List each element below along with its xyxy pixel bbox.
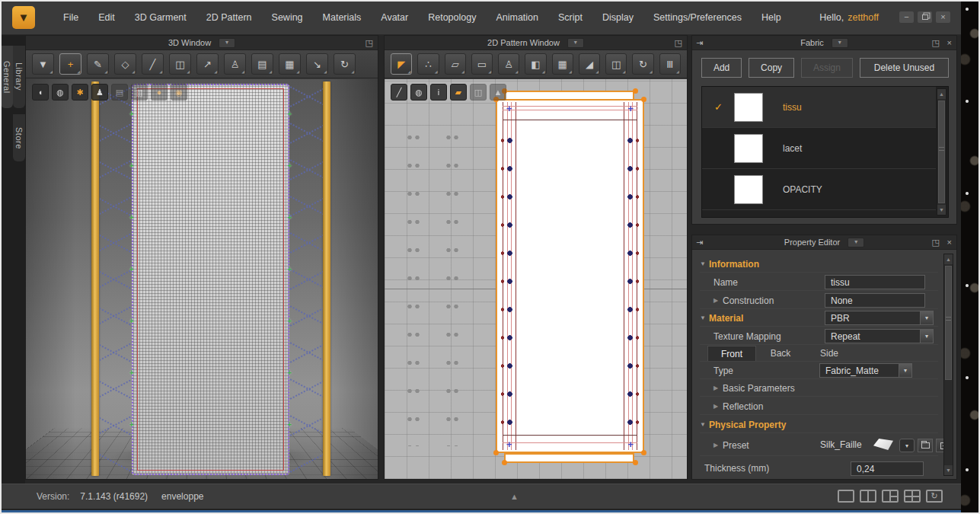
username[interactable]: zetthoff <box>848 12 879 23</box>
restore-button[interactable] <box>918 11 932 23</box>
menu-item-retopology[interactable]: Retopology <box>418 9 486 26</box>
statusbar-expand-icon[interactable]: ▲ <box>510 492 519 501</box>
layout-four-pane-icon[interactable] <box>904 490 921 503</box>
menu-item-edit[interactable]: Edit <box>88 9 125 26</box>
menu-item-settings-preferences[interactable]: Settings/Preferences <box>643 9 752 26</box>
menu-item-sewing[interactable]: Sewing <box>262 9 313 26</box>
menu-item-materials[interactable]: Materials <box>313 9 372 26</box>
edit-pattern-icon[interactable]: ∴ <box>417 53 439 75</box>
show-garment-icon[interactable]: ◍ <box>52 84 69 101</box>
scroll-up-icon[interactable]: ▲ <box>944 254 953 264</box>
row-basic-parameters[interactable]: ▶ Basic Parameters <box>700 380 938 397</box>
quad-mesh-icon[interactable]: ▦ <box>279 53 301 75</box>
property-editor-titlebar[interactable]: ⇥ Property Editor ▾ ◳ × <box>692 235 956 250</box>
triangle-closed-icon[interactable]: ▶ <box>713 385 723 391</box>
fabric-swatch[interactable] <box>734 134 763 163</box>
fabric-menu-dropdown[interactable]: ▾ <box>832 38 848 48</box>
construction-input[interactable]: None <box>825 293 925 308</box>
texture-editor-icon[interactable]: ◫ <box>605 53 627 75</box>
layout-single-icon[interactable] <box>838 490 854 503</box>
pattern-bottom-flap[interactable] <box>504 453 634 463</box>
add-button[interactable]: Add <box>701 58 742 78</box>
fabric-swatch[interactable] <box>734 93 763 122</box>
show-bust-icon[interactable]: ♟ <box>91 84 108 101</box>
pattern-corner-handle[interactable] <box>502 460 507 465</box>
fabric-scrollbar[interactable]: ▲ ▼ <box>937 88 946 215</box>
delete-unused-button[interactable]: Delete Unused <box>860 58 949 78</box>
lock-pattern-icon[interactable]: ◫ <box>470 84 487 101</box>
2d-viewport[interactable]: + + + + ╱◍i▰◫▲ <box>385 79 687 479</box>
3d-window-menu-dropdown[interactable]: ▾ <box>219 38 235 48</box>
triangle-open-icon[interactable]: ▼ <box>700 314 709 321</box>
minimize-button[interactable]: − <box>899 11 914 23</box>
property-editor-undock-icon[interactable]: ◳ <box>932 237 940 247</box>
fabric-item-tissu[interactable]: ✓ tissu <box>702 87 936 128</box>
texture-mapping-dropdown[interactable]: Repeat ▾ <box>825 329 934 343</box>
thickness-input[interactable]: 0,24 <box>851 461 924 476</box>
section-information[interactable]: ▼ Information <box>700 256 938 273</box>
show-board-a-icon[interactable]: ▤ <box>111 84 128 101</box>
create-polygon-icon[interactable]: ▱ <box>445 53 466 75</box>
steam-tool-icon[interactable]: ↻ <box>632 53 653 75</box>
close-button[interactable]: × <box>936 11 950 23</box>
pattern-corner-handle[interactable] <box>633 460 638 465</box>
left-pole[interactable] <box>91 81 99 476</box>
menu-item-display[interactable]: Display <box>592 9 643 26</box>
preset-dropdown-button[interactable]: ▾ <box>899 439 915 452</box>
property-editor-scrollbar[interactable]: ▲ ▼ <box>943 254 953 476</box>
menu-item-script[interactable]: Script <box>548 9 592 26</box>
create-rectangle-icon[interactable]: ▭ <box>471 53 493 75</box>
triangle-open-icon[interactable]: ▼ <box>700 260 709 267</box>
section-physical-property[interactable]: ▼ Physical Property <box>700 417 938 433</box>
fabric-sheet-icon[interactable]: ▰ <box>450 84 467 101</box>
menu-item-help[interactable]: Help <box>752 9 791 26</box>
show-wire-sphere-icon[interactable]: ◉ <box>171 84 187 101</box>
row-reflection[interactable]: ▶ Reflection <box>700 398 938 415</box>
tab-front[interactable]: Front <box>707 346 756 361</box>
garment-view-icon[interactable]: ◍ <box>410 84 427 101</box>
sewing-tool-icon[interactable]: ◧ <box>525 53 546 75</box>
3d-window-undock-icon[interactable]: ◳ <box>366 37 373 48</box>
show-avatar-silhouette-icon[interactable]: ♙ <box>498 53 519 75</box>
select-garment-icon[interactable]: ◇ <box>114 53 136 75</box>
material-type-dropdown[interactable]: Fabric_Matte ▾ <box>819 363 912 378</box>
pleats-tool-icon[interactable]: Ⅲ <box>659 53 681 75</box>
side-tab-general[interactable]: General <box>1 46 13 108</box>
menu-item-avatar[interactable]: Avatar <box>371 9 418 26</box>
2d-window-undock-icon[interactable]: ◳ <box>675 37 682 48</box>
pattern-corner-handle[interactable] <box>633 88 638 94</box>
simulate-icon[interactable]: ▼ <box>32 53 54 75</box>
pin-icon[interactable]: ╱ <box>142 53 164 75</box>
fabric-swatch[interactable] <box>734 175 763 204</box>
pattern-corner-handle[interactable] <box>641 450 646 455</box>
triangle-open-icon[interactable]: ▼ <box>700 421 709 428</box>
3d-viewport[interactable]: ++++++++++++++ ◖◍✱♟▤▥●◉ <box>26 79 378 479</box>
triangle-closed-icon[interactable]: ▶ <box>713 403 723 410</box>
triangle-closed-icon[interactable]: ▶ <box>713 442 723 449</box>
preset-open-folder-button[interactable] <box>918 439 933 452</box>
2d-window-titlebar[interactable]: 2D Pattern Window ▾ ◳ <box>385 36 687 50</box>
scroll-down-icon[interactable]: ▼ <box>944 465 953 475</box>
3d-window-titlebar[interactable]: 3D Window ▾ ◳ <box>26 36 378 50</box>
export-arrange-icon[interactable]: ↗ <box>196 53 219 75</box>
copy-button[interactable]: Copy <box>749 58 794 78</box>
chevron-down-icon[interactable]: ▾ <box>899 364 911 377</box>
pattern-piece[interactable]: + + + + <box>496 91 644 463</box>
fabric-item-opacity[interactable]: OPACITY <box>702 169 936 210</box>
assign-button[interactable]: Assign <box>801 58 853 78</box>
pattern-corner-handle[interactable] <box>641 97 646 102</box>
show-board-b-icon[interactable]: ▥ <box>131 84 148 101</box>
2d-window-menu-dropdown[interactable]: ▾ <box>567 38 584 48</box>
garment-mesh[interactable]: ++++++++++++++ <box>132 84 289 475</box>
menu-item-animation[interactable]: Animation <box>486 9 548 26</box>
info-view-icon[interactable]: i <box>430 84 447 101</box>
arrange-icon[interactable]: ▲ <box>490 84 506 101</box>
show-avatar-icon[interactable]: ◖ <box>32 84 49 101</box>
fabric-titlebar[interactable]: ⇥ Fabric ▾ ◳ × <box>692 36 956 50</box>
side-tab-store[interactable]: Store <box>13 114 25 161</box>
avatar-display-icon[interactable]: ♙ <box>224 53 246 75</box>
name-input[interactable]: tissu <box>825 275 925 289</box>
fabric-item-lacet[interactable]: lacet <box>702 128 936 169</box>
chevron-down-icon[interactable]: ▾ <box>920 311 933 324</box>
property-editor-close-icon[interactable]: × <box>947 237 952 247</box>
